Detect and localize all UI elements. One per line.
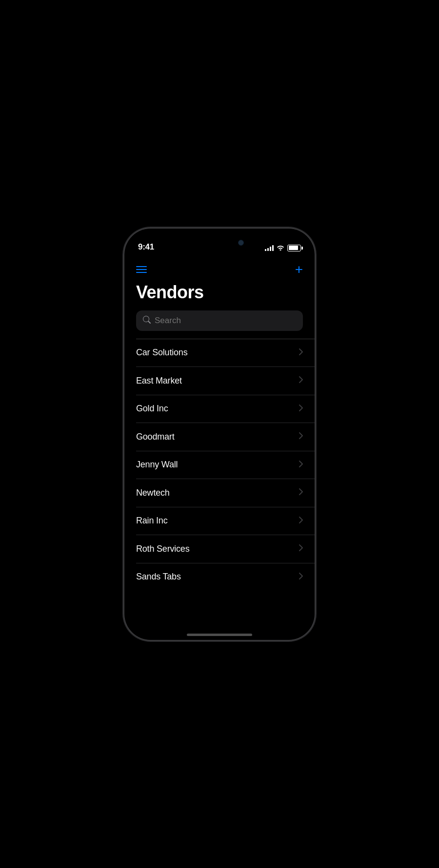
home-indicator [187, 634, 252, 636]
vendor-name: Goodmart [136, 432, 174, 442]
list-item[interactable]: East Market [124, 367, 315, 395]
chevron-right-icon [299, 348, 303, 357]
vendor-name: Rain Inc [136, 516, 167, 526]
main-content[interactable]: + Vendors Car SolutionsEast M [124, 255, 315, 640]
dynamic-island [190, 234, 249, 251]
list-item[interactable]: Car Solutions [124, 339, 315, 367]
list-item[interactable]: Newtech [124, 479, 315, 507]
search-input[interactable] [155, 316, 296, 326]
search-container [124, 310, 315, 339]
menu-line-3 [136, 272, 147, 273]
chevron-right-icon [299, 461, 303, 469]
status-time: 9:41 [138, 242, 154, 252]
vendor-name: Gold Inc [136, 404, 168, 414]
list-item[interactable]: Rain Inc [124, 507, 315, 535]
battery-icon [287, 245, 301, 251]
vendor-name: Newtech [136, 488, 170, 498]
menu-line-1 [136, 266, 147, 267]
list-item[interactable]: Gold Inc [124, 395, 315, 423]
chevron-right-icon [299, 517, 303, 525]
chevron-right-icon [299, 573, 303, 581]
vendor-list: Car SolutionsEast MarketGold IncGoodmart… [124, 339, 315, 591]
menu-button[interactable] [136, 266, 147, 273]
phone-device: 9:41 [124, 229, 315, 640]
list-item[interactable]: Sands Tabs [124, 563, 315, 591]
chevron-right-icon [299, 376, 303, 385]
signal-bar-1 [265, 249, 266, 251]
vendor-name: Sands Tabs [136, 572, 181, 582]
menu-line-2 [136, 269, 147, 270]
list-item[interactable]: Goodmart [124, 423, 315, 451]
add-vendor-button[interactable]: + [295, 263, 303, 276]
wifi-icon [277, 244, 284, 252]
vendor-name: Roth Services [136, 544, 189, 554]
search-icon [143, 316, 151, 326]
list-item[interactable]: Roth Services [124, 535, 315, 563]
signal-bar-4 [272, 245, 274, 251]
vendor-name: Car Solutions [136, 347, 187, 358]
phone-screen: 9:41 [124, 229, 315, 640]
status-icons [265, 244, 301, 252]
signal-bar-3 [270, 247, 271, 251]
chevron-right-icon [299, 432, 303, 441]
signal-bars [265, 245, 274, 251]
header-bar: + [124, 255, 315, 280]
chevron-right-icon [299, 488, 303, 497]
chevron-right-icon [299, 544, 303, 553]
vendor-name: Jenny Wall [136, 460, 178, 470]
vendor-name: East Market [136, 376, 182, 386]
search-bar[interactable] [136, 310, 303, 331]
page-title: Vendors [124, 280, 315, 310]
chevron-right-icon [299, 405, 303, 413]
battery-fill [289, 246, 299, 250]
signal-bar-2 [267, 248, 269, 251]
list-item[interactable]: Jenny Wall [124, 451, 315, 479]
camera-indicator [238, 240, 244, 246]
